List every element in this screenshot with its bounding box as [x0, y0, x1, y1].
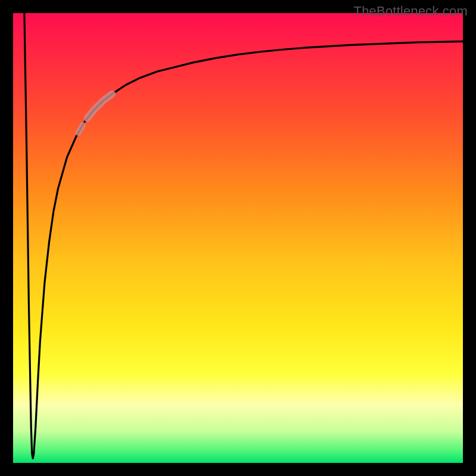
chart-container: TheBottleneck.com — [0, 0, 476, 476]
plot-background — [13, 13, 463, 463]
curve-marker-segment — [79, 125, 83, 133]
bottleneck-chart — [0, 0, 476, 476]
watermark-text: TheBottleneck.com — [353, 4, 468, 19]
